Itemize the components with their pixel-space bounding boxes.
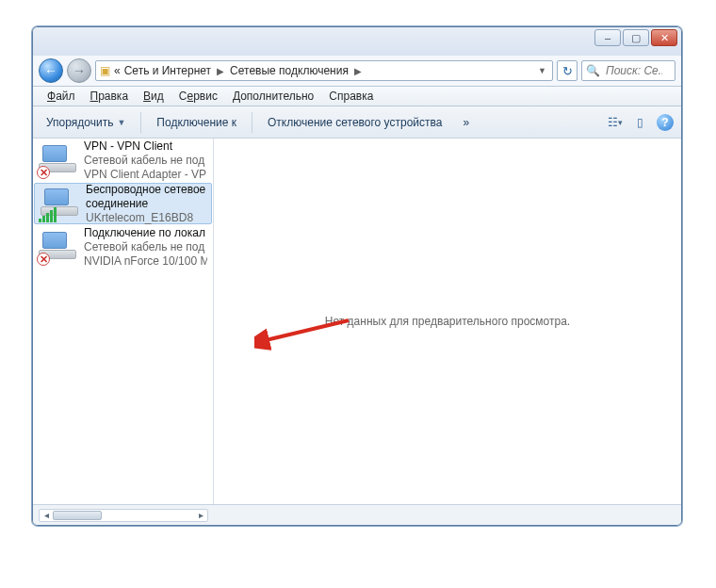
menu-tools[interactable]: Сервис: [172, 88, 224, 105]
address-bar[interactable]: ▣ « Сеть и Интернет ▶ Сетевые подключени…: [95, 60, 553, 81]
explorer-window: – ▢ ✕ ← → ▣ « Сеть и Интернет ▶ Сетевые …: [32, 26, 682, 526]
forward-button[interactable]: →: [67, 58, 91, 83]
list-item[interactable]: ✕ VPN - VPN Client Сетевой кабель не под…: [33, 139, 213, 182]
chevron-right-icon[interactable]: ▶: [352, 66, 364, 76]
connect-button[interactable]: Подключение к: [151, 112, 242, 133]
titlebar: – ▢ ✕: [33, 27, 681, 56]
search-icon: 🔍: [586, 64, 600, 77]
list-item-text: Подключение по локал Сетевой кабель не п…: [84, 226, 207, 269]
toolbar-separator: [140, 112, 141, 133]
breadcrumb-item[interactable]: Сетевые подключения: [230, 64, 349, 77]
connection-list: ✕ VPN - VPN Client Сетевой кабель не под…: [33, 139, 214, 504]
preview-empty-text: Нет данных для предварительного просмотр…: [325, 315, 570, 328]
scroll-left-icon[interactable]: ◂: [40, 510, 53, 521]
arrow-left-icon: ←: [44, 63, 57, 78]
back-button[interactable]: ←: [39, 58, 63, 83]
preview-pane: Нет данных для предварительного просмотр…: [214, 139, 681, 504]
list-item-selected[interactable]: Беспроводное сетевое соединение UKrtelec…: [34, 183, 212, 224]
toolbar: Упорядочить ▼ Подключение к Отключение с…: [33, 106, 681, 139]
error-x-icon: ✕: [37, 166, 50, 179]
breadcrumb-item[interactable]: Сеть и Интернет: [124, 64, 211, 77]
help-icon: ?: [661, 116, 668, 129]
refresh-icon: ↻: [562, 64, 573, 78]
toolbar-separator: [252, 112, 252, 133]
chevron-right-icon[interactable]: ▶: [215, 66, 226, 76]
disable-device-button[interactable]: Отключение сетевого устройства: [262, 112, 448, 133]
organize-button[interactable]: Упорядочить ▼: [41, 112, 131, 133]
content-area: ✕ VPN - VPN Client Сетевой кабель не под…: [33, 139, 681, 504]
view-mode-button[interactable]: ☷ ▾: [608, 115, 623, 130]
arrow-right-icon: →: [73, 63, 86, 78]
nav-bar: ← → ▣ « Сеть и Интернет ▶ Сетевые подклю…: [33, 56, 681, 86]
search-input[interactable]: [604, 63, 664, 78]
menu-view[interactable]: Вид: [137, 88, 171, 105]
minimize-button[interactable]: –: [594, 29, 621, 46]
menubar: ФФайлайл Правка Вид Сервис Дополнительно…: [33, 86, 681, 106]
horizontal-scrollbar[interactable]: ◂ ▸: [39, 509, 208, 522]
panel-icon: ▯: [637, 116, 643, 129]
chevron-down-icon: ▾: [618, 118, 623, 127]
statusbar: ◂ ▸: [33, 504, 681, 525]
chevron-down-icon: ▼: [117, 118, 125, 127]
preview-pane-button[interactable]: ▯: [632, 115, 647, 130]
signal-bars-icon: [39, 207, 57, 222]
network-adapter-icon: ✕: [39, 230, 78, 264]
list-item-text: Беспроводное сетевое соединение UKrtelec…: [86, 183, 205, 225]
menu-advanced[interactable]: Дополнительно: [226, 88, 320, 105]
list-item-text: VPN - VPN Client Сетевой кабель не под V…: [84, 139, 206, 182]
folder-icon: ▣: [100, 64, 110, 77]
toolbar-overflow-button[interactable]: »: [457, 112, 475, 133]
menu-edit[interactable]: Правка: [84, 88, 136, 105]
error-x-icon: ✕: [37, 253, 50, 266]
scroll-right-icon[interactable]: ▸: [194, 510, 207, 521]
network-adapter-icon: [41, 187, 80, 220]
menu-help[interactable]: Справка: [322, 88, 380, 105]
view-icon: ☷: [608, 116, 618, 129]
close-button[interactable]: ✕: [651, 29, 677, 46]
scrollbar-thumb[interactable]: [53, 511, 102, 520]
breadcrumb-prefix: «: [114, 64, 121, 77]
organize-label: Упорядочить: [46, 116, 113, 129]
maximize-button[interactable]: ▢: [623, 29, 649, 46]
search-box[interactable]: 🔍: [581, 60, 675, 81]
chevron-down-icon[interactable]: ▼: [538, 66, 546, 75]
refresh-button[interactable]: ↻: [557, 60, 578, 81]
network-adapter-icon: ✕: [39, 143, 78, 177]
help-button[interactable]: ?: [657, 114, 674, 131]
menu-file[interactable]: ФФайлайл: [41, 88, 82, 105]
list-item[interactable]: ✕ Подключение по локал Сетевой кабель не…: [33, 225, 213, 269]
